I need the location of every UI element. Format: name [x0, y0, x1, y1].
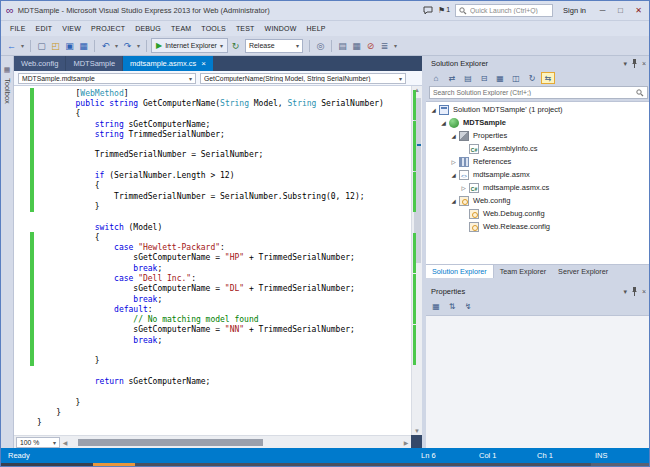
code-line[interactable]: } [14, 418, 411, 428]
code-line[interactable] [14, 160, 411, 170]
notifications-button[interactable]: ⚑ 1 [438, 6, 450, 15]
code-line[interactable]: sGetComputerName = "DL" + TrimmedSerialN… [14, 284, 411, 294]
code-line[interactable]: { [14, 109, 411, 119]
close-icon[interactable]: × [201, 60, 206, 68]
editor-hscrollbar[interactable]: 100 % ▾ ◀ ▶ [14, 435, 411, 448]
navigate-backward-icon[interactable]: ← [5, 39, 18, 53]
refresh-icon[interactable]: ↻ [229, 39, 242, 53]
tree-item[interactable]: ◢Solution 'MDTSample' (1 project) [426, 103, 650, 116]
expander-icon[interactable]: ◢ [449, 172, 458, 178]
menu-window[interactable]: WINDOW [260, 25, 302, 32]
code-line[interactable]: switch (Model) [14, 222, 411, 232]
menu-help[interactable]: HELP [302, 25, 331, 32]
alphabetical-icon[interactable]: ⇅ [445, 301, 459, 313]
hscroll-track[interactable] [70, 436, 401, 448]
type-dropdown[interactable]: MDTSample.mdtsample ▾ [18, 73, 196, 84]
code-line[interactable]: break; [14, 294, 411, 304]
home-icon[interactable]: ⌂ [429, 72, 443, 84]
solution-explorer-header[interactable]: Solution Explorer ▾ × [426, 56, 650, 71]
error-list-icon[interactable]: ⊘ [364, 39, 377, 53]
undo-dropdown-icon[interactable]: ▾ [113, 39, 120, 53]
collapse-all-icon[interactable]: ⊟ [477, 72, 491, 84]
chevron-down-icon[interactable]: ▾ [623, 60, 627, 68]
solution-configurations-combo[interactable]: Release▾ [245, 39, 303, 53]
scroll-down-icon[interactable]: ▼ [412, 428, 422, 434]
pin-icon[interactable] [631, 287, 638, 296]
solution-search-input[interactable]: Search Solution Explorer (Ctrl+;) [429, 86, 648, 99]
property-pages-icon[interactable]: ↯ [461, 301, 475, 313]
menu-view[interactable]: VIEW [57, 25, 86, 32]
code-line[interactable] [14, 345, 411, 355]
expander-icon[interactable]: ▷ [449, 159, 458, 165]
code-editor[interactable]: [WebMethod] public string GetComputerNam… [14, 86, 411, 435]
tree-item[interactable]: ▷References [426, 155, 650, 168]
code-line[interactable]: default: [14, 304, 411, 314]
code-line[interactable]: } [14, 356, 411, 366]
immediate-window-icon[interactable]: ≣ [378, 39, 391, 53]
doc-tab-mdtsample.asmx.cs[interactable]: mdtsample.asmx.cs× [123, 56, 213, 71]
doc-tab-web.config[interactable]: Web.config [14, 56, 65, 71]
menu-team[interactable]: TEAM [166, 25, 196, 32]
expander-icon[interactable]: ◢ [439, 120, 448, 126]
scroll-left-icon[interactable]: ◀ [60, 439, 70, 446]
code-line[interactable]: TrimmedSerialNumber = SerialNumber.Subst… [14, 191, 411, 201]
code-line[interactable]: // No matching model found [14, 315, 411, 325]
code-line[interactable]: break; [14, 335, 411, 345]
tree-item[interactable]: Web.Release.config [426, 220, 650, 233]
save-all-icon[interactable]: ▦ [77, 39, 90, 53]
tree-item[interactable]: Web.Debug.config [426, 207, 650, 220]
tree-item[interactable]: ◢mdtsample.asmx [426, 168, 650, 181]
menu-file[interactable]: FILE [5, 25, 31, 32]
code-line[interactable] [14, 212, 411, 222]
code-line[interactable]: sGetComputerName = "HP" + TrimmedSerialN… [14, 253, 411, 263]
tree-item[interactable]: ◢MDTSample [426, 116, 650, 129]
start-debug-button[interactable]: ▶Internet Explorer▾ [151, 38, 228, 53]
menu-debug[interactable]: DEBUG [130, 25, 166, 32]
code-line[interactable]: public string GetComputerName(String Mod… [14, 98, 411, 108]
quick-launch-input[interactable]: Quick Launch (Ctrl+Q) [455, 4, 553, 17]
scroll-right-icon[interactable]: ▶ [401, 439, 411, 446]
find-in-files-icon[interactable]: ◎ [314, 39, 327, 53]
properties-icon[interactable]: ▦ [493, 72, 507, 84]
switch-views-icon[interactable]: ⇄ [445, 72, 459, 84]
tree-item[interactable]: AssemblyInfo.cs [426, 142, 650, 155]
code-line[interactable]: [WebMethod] [14, 88, 411, 98]
minimize-button[interactable]: ─ [596, 4, 609, 18]
code-line[interactable]: return sGetComputerName; [14, 376, 411, 386]
panel-tab-solution-explorer[interactable]: Solution Explorer [426, 265, 494, 278]
feedback-icon[interactable] [423, 6, 433, 15]
doc-tab-mdtsample[interactable]: MDTSample [66, 56, 122, 71]
undo-icon[interactable]: ↶ [99, 39, 112, 53]
code-line[interactable]: } [14, 397, 411, 407]
redo-dropdown-icon[interactable]: ▾ [135, 39, 142, 53]
properties-header[interactable]: Properties ▾ × [426, 284, 650, 299]
open-file-icon[interactable]: ◰ [49, 39, 62, 53]
solution-explorer-icon[interactable]: ▤ [336, 39, 349, 53]
preview-selected-icon[interactable]: ◫ [509, 72, 523, 84]
save-icon[interactable]: ▣ [63, 39, 76, 53]
tree-item[interactable]: ▷mdtsample.asmx.cs [426, 181, 650, 194]
code-line[interactable] [14, 139, 411, 149]
sync-with-active-document-icon[interactable]: ⇆ [541, 72, 555, 84]
refresh-icon[interactable]: ↻ [525, 72, 539, 84]
expander-icon[interactable]: ◢ [449, 198, 458, 204]
panel-tab-team-explorer[interactable]: Team Explorer [494, 265, 552, 278]
categorized-icon[interactable]: ▦ [429, 301, 443, 313]
code-line[interactable]: string sGetComputerName; [14, 119, 411, 129]
chevron-down-icon[interactable]: ▾ [220, 42, 223, 49]
new-file-icon[interactable]: ▢ [35, 39, 48, 53]
code-line[interactable]: { [14, 181, 411, 191]
tree-item[interactable]: ◢Properties [426, 129, 650, 142]
code-line[interactable]: } [14, 407, 411, 417]
toolbox-autohide-tab[interactable]: ▦ Toolbox [1, 56, 14, 448]
code-line[interactable]: TrimmedSerialNumber = SerialNumber; [14, 150, 411, 160]
expander-icon[interactable]: ◢ [429, 107, 438, 113]
close-icon[interactable]: × [642, 288, 646, 295]
expander-icon[interactable]: ◢ [449, 133, 458, 139]
code-line[interactable]: } [14, 201, 411, 211]
zoom-dropdown[interactable]: 100 % ▾ [16, 437, 60, 448]
editor-vscrollbar[interactable]: ▲ ▼ [411, 86, 422, 435]
code-line[interactable] [14, 387, 411, 397]
close-button[interactable]: ✕ [632, 4, 645, 18]
pin-icon[interactable] [631, 59, 638, 68]
